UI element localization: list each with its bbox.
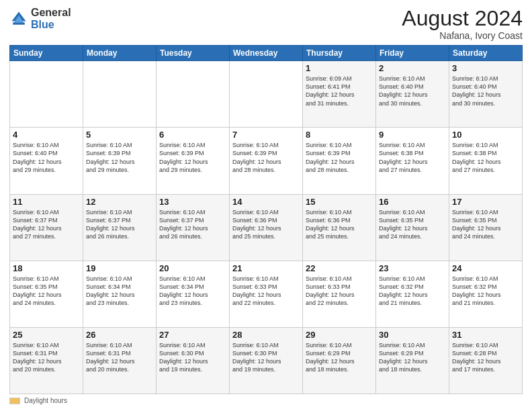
day-number: 28 bbox=[232, 330, 300, 340]
day-info: Sunrise: 6:09 AM Sunset: 6:41 PM Dayligh… bbox=[306, 75, 373, 107]
calendar-cell: 10Sunrise: 6:10 AM Sunset: 6:38 PM Dayli… bbox=[449, 128, 523, 194]
day-info: Sunrise: 6:10 AM Sunset: 6:29 PM Dayligh… bbox=[306, 341, 373, 374]
calendar-cell: 2Sunrise: 6:10 AM Sunset: 6:40 PM Daylig… bbox=[376, 61, 449, 128]
title-block: August 2024 Nafana, Ivory Coast bbox=[402, 7, 523, 41]
day-info: Sunrise: 6:10 AM Sunset: 6:33 PM Dayligh… bbox=[306, 275, 373, 308]
calendar-day-header: Friday bbox=[376, 46, 449, 61]
day-info: Sunrise: 6:10 AM Sunset: 6:39 PM Dayligh… bbox=[232, 141, 300, 174]
calendar-cell: 21Sunrise: 6:10 AM Sunset: 6:33 PM Dayli… bbox=[230, 261, 303, 327]
calendar-day-header: Monday bbox=[83, 46, 157, 61]
day-number: 10 bbox=[452, 130, 519, 140]
calendar-cell: 5Sunrise: 6:10 AM Sunset: 6:39 PM Daylig… bbox=[83, 128, 157, 194]
calendar-cell: 12Sunrise: 6:10 AM Sunset: 6:37 PM Dayli… bbox=[83, 194, 157, 261]
calendar: SundayMondayTuesdayWednesdayThursdayFrid… bbox=[9, 45, 523, 394]
day-number: 30 bbox=[379, 330, 446, 340]
calendar-cell: 14Sunrise: 6:10 AM Sunset: 6:36 PM Dayli… bbox=[230, 194, 303, 261]
day-info: Sunrise: 6:10 AM Sunset: 6:37 PM Dayligh… bbox=[159, 208, 226, 241]
day-info: Sunrise: 6:10 AM Sunset: 6:28 PM Dayligh… bbox=[452, 341, 519, 374]
day-info: Sunrise: 6:10 AM Sunset: 6:34 PM Dayligh… bbox=[159, 275, 226, 308]
legend-label: Daylight hours bbox=[24, 397, 67, 404]
calendar-cell bbox=[230, 61, 303, 128]
day-info: Sunrise: 6:10 AM Sunset: 6:31 PM Dayligh… bbox=[13, 341, 80, 374]
calendar-week-row: 25Sunrise: 6:10 AM Sunset: 6:31 PM Dayli… bbox=[10, 327, 523, 394]
calendar-cell: 16Sunrise: 6:10 AM Sunset: 6:35 PM Dayli… bbox=[376, 194, 449, 261]
calendar-cell: 13Sunrise: 6:10 AM Sunset: 6:37 PM Dayli… bbox=[157, 194, 230, 261]
day-info: Sunrise: 6:10 AM Sunset: 6:35 PM Dayligh… bbox=[379, 208, 446, 241]
day-info: Sunrise: 6:10 AM Sunset: 6:39 PM Dayligh… bbox=[306, 141, 373, 174]
calendar-cell: 18Sunrise: 6:10 AM Sunset: 6:35 PM Dayli… bbox=[10, 261, 83, 327]
day-info: Sunrise: 6:10 AM Sunset: 6:40 PM Dayligh… bbox=[13, 141, 80, 174]
calendar-cell: 6Sunrise: 6:10 AM Sunset: 6:39 PM Daylig… bbox=[157, 128, 230, 194]
day-number: 14 bbox=[232, 197, 300, 207]
day-info: Sunrise: 6:10 AM Sunset: 6:37 PM Dayligh… bbox=[13, 208, 80, 241]
day-number: 7 bbox=[232, 130, 300, 140]
day-number: 20 bbox=[159, 263, 226, 273]
calendar-week-row: 1Sunrise: 6:09 AM Sunset: 6:41 PM Daylig… bbox=[10, 61, 523, 128]
day-info: Sunrise: 6:10 AM Sunset: 6:30 PM Dayligh… bbox=[232, 341, 300, 374]
day-info: Sunrise: 6:10 AM Sunset: 6:30 PM Dayligh… bbox=[159, 341, 226, 374]
day-number: 22 bbox=[306, 263, 373, 273]
calendar-header-row: SundayMondayTuesdayWednesdayThursdayFrid… bbox=[10, 46, 523, 61]
day-number: 16 bbox=[379, 197, 446, 207]
day-info: Sunrise: 6:10 AM Sunset: 6:40 PM Dayligh… bbox=[452, 75, 519, 107]
day-number: 13 bbox=[159, 197, 226, 207]
calendar-cell: 23Sunrise: 6:10 AM Sunset: 6:32 PM Dayli… bbox=[376, 261, 449, 327]
calendar-cell: 8Sunrise: 6:10 AM Sunset: 6:39 PM Daylig… bbox=[303, 128, 376, 194]
calendar-day-header: Thursday bbox=[303, 46, 376, 61]
calendar-cell: 20Sunrise: 6:10 AM Sunset: 6:34 PM Dayli… bbox=[157, 261, 230, 327]
day-number: 31 bbox=[452, 330, 519, 340]
calendar-cell: 11Sunrise: 6:10 AM Sunset: 6:37 PM Dayli… bbox=[10, 194, 83, 261]
calendar-week-row: 18Sunrise: 6:10 AM Sunset: 6:35 PM Dayli… bbox=[10, 261, 523, 327]
day-info: Sunrise: 6:10 AM Sunset: 6:36 PM Dayligh… bbox=[306, 208, 373, 241]
logo-blue-text: Blue bbox=[31, 19, 71, 31]
calendar-cell: 19Sunrise: 6:10 AM Sunset: 6:34 PM Dayli… bbox=[83, 261, 157, 327]
calendar-cell: 1Sunrise: 6:09 AM Sunset: 6:41 PM Daylig… bbox=[303, 61, 376, 128]
calendar-cell: 29Sunrise: 6:10 AM Sunset: 6:29 PM Dayli… bbox=[303, 327, 376, 394]
calendar-day-header: Tuesday bbox=[157, 46, 230, 61]
logo-general-text: General bbox=[31, 7, 71, 19]
calendar-cell: 27Sunrise: 6:10 AM Sunset: 6:30 PM Dayli… bbox=[157, 327, 230, 394]
day-info: Sunrise: 6:10 AM Sunset: 6:32 PM Dayligh… bbox=[452, 275, 519, 308]
calendar-cell: 7Sunrise: 6:10 AM Sunset: 6:39 PM Daylig… bbox=[230, 128, 303, 194]
day-number: 25 bbox=[13, 330, 80, 340]
day-number: 12 bbox=[86, 197, 153, 207]
day-number: 9 bbox=[379, 130, 446, 140]
logo: General Blue bbox=[9, 7, 71, 30]
calendar-cell: 15Sunrise: 6:10 AM Sunset: 6:36 PM Dayli… bbox=[303, 194, 376, 261]
calendar-cell: 22Sunrise: 6:10 AM Sunset: 6:33 PM Dayli… bbox=[303, 261, 376, 327]
legend: Daylight hours bbox=[9, 397, 523, 404]
calendar-cell: 28Sunrise: 6:10 AM Sunset: 6:30 PM Dayli… bbox=[230, 327, 303, 394]
day-number: 27 bbox=[159, 330, 226, 340]
logo-icon bbox=[9, 9, 28, 28]
day-info: Sunrise: 6:10 AM Sunset: 6:31 PM Dayligh… bbox=[86, 341, 153, 374]
main-title: August 2024 bbox=[402, 7, 523, 30]
day-number: 19 bbox=[86, 263, 153, 273]
day-number: 29 bbox=[306, 330, 373, 340]
day-info: Sunrise: 6:10 AM Sunset: 6:38 PM Dayligh… bbox=[452, 141, 519, 174]
day-number: 11 bbox=[13, 197, 80, 207]
day-number: 6 bbox=[159, 130, 226, 140]
day-info: Sunrise: 6:10 AM Sunset: 6:39 PM Dayligh… bbox=[86, 141, 153, 174]
day-number: 5 bbox=[86, 130, 153, 140]
day-number: 15 bbox=[306, 197, 373, 207]
day-info: Sunrise: 6:10 AM Sunset: 6:40 PM Dayligh… bbox=[379, 75, 446, 107]
day-info: Sunrise: 6:10 AM Sunset: 6:39 PM Dayligh… bbox=[159, 141, 226, 174]
page: General Blue August 2024 Nafana, Ivory C… bbox=[0, 0, 532, 411]
day-number: 26 bbox=[86, 330, 153, 340]
subtitle: Nafana, Ivory Coast bbox=[402, 30, 523, 41]
svg-rect-2 bbox=[13, 22, 25, 25]
calendar-cell: 24Sunrise: 6:10 AM Sunset: 6:32 PM Dayli… bbox=[449, 261, 523, 327]
calendar-cell: 25Sunrise: 6:10 AM Sunset: 6:31 PM Dayli… bbox=[10, 327, 83, 394]
day-number: 21 bbox=[232, 263, 300, 273]
calendar-cell: 9Sunrise: 6:10 AM Sunset: 6:38 PM Daylig… bbox=[376, 128, 449, 194]
logo-text: General Blue bbox=[31, 7, 71, 30]
calendar-week-row: 4Sunrise: 6:10 AM Sunset: 6:40 PM Daylig… bbox=[10, 128, 523, 194]
calendar-cell bbox=[157, 61, 230, 128]
calendar-cell: 3Sunrise: 6:10 AM Sunset: 6:40 PM Daylig… bbox=[449, 61, 523, 128]
legend-color-box bbox=[9, 398, 20, 404]
calendar-day-header: Wednesday bbox=[230, 46, 303, 61]
calendar-cell: 4Sunrise: 6:10 AM Sunset: 6:40 PM Daylig… bbox=[10, 128, 83, 194]
day-info: Sunrise: 6:10 AM Sunset: 6:29 PM Dayligh… bbox=[379, 341, 446, 374]
day-info: Sunrise: 6:10 AM Sunset: 6:35 PM Dayligh… bbox=[13, 275, 80, 308]
day-info: Sunrise: 6:10 AM Sunset: 6:33 PM Dayligh… bbox=[232, 275, 300, 308]
